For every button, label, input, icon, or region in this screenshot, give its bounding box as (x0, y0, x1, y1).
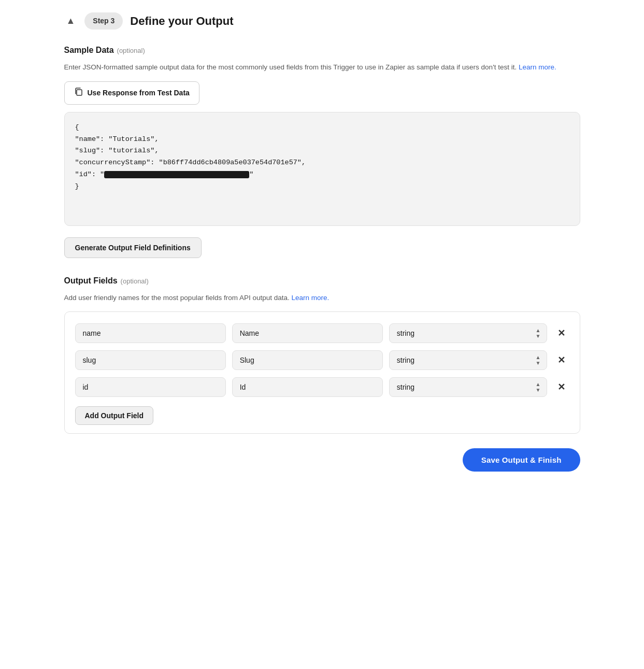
collapse-button[interactable]: ▲ (64, 13, 78, 29)
step-title: Define your Output (130, 12, 233, 30)
add-output-field-button[interactable]: Add Output Field (75, 406, 154, 425)
json-line-5: "id": "" (75, 169, 569, 181)
field-key-input[interactable] (75, 377, 226, 397)
json-line-6: } (75, 181, 569, 193)
output-fields-box: stringintegernumberbooleandatetimefilepa… (64, 311, 580, 434)
json-line-2: "name": "Tutorials", (75, 134, 569, 146)
field-key-input[interactable] (75, 350, 226, 370)
delete-field-button[interactable]: ✕ (553, 352, 569, 368)
output-fields-description: Add user friendly names for the most pop… (64, 292, 580, 304)
delete-field-button[interactable]: ✕ (553, 379, 569, 395)
table-row: stringintegernumberbooleandatetimefilepa… (75, 377, 569, 397)
redacted-id-value (104, 171, 249, 178)
svg-rect-0 (77, 90, 82, 95)
json-line-3: "slug": "tutorials", (75, 145, 569, 157)
footer: Save Output & Finish (64, 448, 580, 472)
field-label-input[interactable] (232, 377, 383, 397)
sample-data-section: Sample Data(optional) Enter JSON-formatt… (64, 44, 580, 226)
sample-data-learn-more-link[interactable]: Learn more. (519, 63, 556, 71)
json-sample-box[interactable]: { "name": "Tutorials", "slug": "tutorial… (64, 112, 580, 226)
save-output-finish-button[interactable]: Save Output & Finish (463, 448, 580, 472)
output-fields-learn-more-link[interactable]: Learn more. (292, 294, 330, 302)
field-label-input[interactable] (232, 350, 383, 370)
field-type-wrapper: stringintegernumberbooleandatetimefilepa… (389, 350, 547, 370)
table-row: stringintegernumberbooleandatetimefilepa… (75, 350, 569, 370)
field-type-select[interactable]: stringintegernumberbooleandatetimefilepa… (389, 323, 547, 343)
field-type-select[interactable]: stringintegernumberbooleandatetimefilepa… (389, 350, 547, 370)
collapse-icon: ▲ (66, 16, 76, 26)
output-fields-section: Output Fields(optional) Add user friendl… (64, 275, 580, 434)
field-type-wrapper: stringintegernumberbooleandatetimefilepa… (389, 323, 547, 343)
step-badge: Step 3 (84, 12, 123, 30)
step-header: ▲ Step 3 Define your Output (64, 12, 580, 30)
use-response-label: Use Response from Test Data (88, 89, 190, 97)
sample-data-description: Enter JSON-formatted sample output data … (64, 62, 580, 73)
field-label-input[interactable] (232, 323, 383, 343)
field-type-select[interactable]: stringintegernumberbooleandatetimefilepa… (389, 377, 547, 397)
json-line-4: "concurrencyStamp": "b86ff74dd6cb4809a5e… (75, 157, 569, 169)
field-key-input[interactable] (75, 323, 226, 343)
use-response-button[interactable]: Use Response from Test Data (64, 81, 199, 105)
delete-field-button[interactable]: ✕ (553, 325, 569, 341)
field-rows-container: stringintegernumberbooleandatetimefilepa… (75, 323, 569, 397)
field-type-wrapper: stringintegernumberbooleandatetimefilepa… (389, 377, 547, 397)
output-fields-label: Output Fields(optional) (64, 275, 580, 287)
sample-data-label: Sample Data(optional) (64, 44, 580, 56)
json-line-1: { (75, 122, 569, 134)
copy-icon (74, 87, 83, 99)
table-row: stringintegernumberbooleandatetimefilepa… (75, 323, 569, 343)
generate-output-button[interactable]: Generate Output Field Definitions (64, 237, 202, 258)
